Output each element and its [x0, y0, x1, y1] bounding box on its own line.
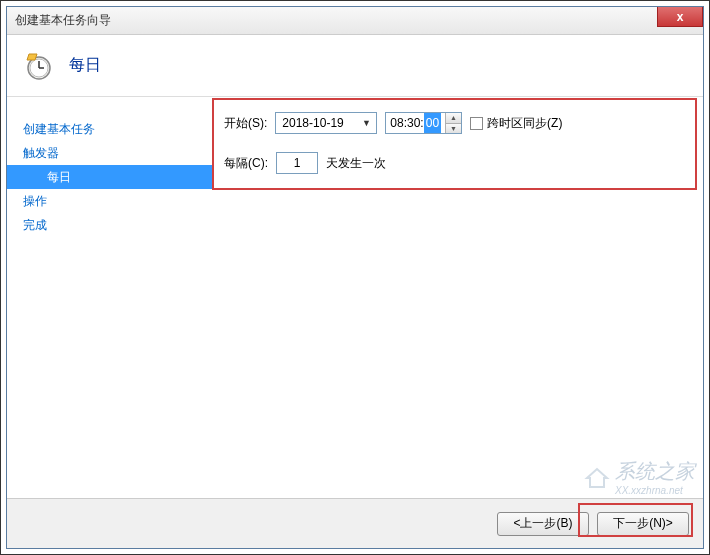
wizard-steps-sidebar: 创建基本任务 触发器 每日 操作 完成 — [7, 97, 212, 498]
time-seconds-selected[interactable]: 00 — [424, 113, 441, 133]
spinner-down-icon[interactable]: ▼ — [446, 124, 461, 134]
titlebar: 创建基本任务向导 x — [7, 7, 703, 35]
sidebar-item-create-task[interactable]: 创建基本任务 — [21, 117, 212, 141]
wizard-header: 每日 — [7, 35, 703, 97]
close-button[interactable]: x — [657, 7, 703, 27]
recur-days-input[interactable]: 1 — [276, 152, 318, 174]
recur-label: 每隔(C): — [224, 155, 268, 172]
start-time-spinner[interactable]: 08:30:00 ▲ ▼ — [385, 112, 462, 134]
date-value: 2018-10-19 — [282, 116, 358, 130]
next-button[interactable]: 下一步(N)> — [597, 512, 689, 536]
clock-icon — [23, 50, 55, 82]
page-title: 每日 — [69, 55, 101, 76]
start-label: 开始(S): — [224, 115, 267, 132]
wizard-footer: <上一步(B) 下一步(N)> — [7, 498, 703, 548]
recur-suffix: 天发生一次 — [326, 155, 386, 172]
sidebar-item-daily[interactable]: 每日 — [7, 165, 212, 189]
start-date-picker[interactable]: 2018-10-19 ▼ — [275, 112, 377, 134]
sidebar-item-finish[interactable]: 完成 — [21, 213, 212, 237]
sync-timezone-label: 跨时区同步(Z) — [487, 115, 562, 132]
window-title: 创建基本任务向导 — [15, 12, 111, 29]
spinner-up-icon[interactable]: ▲ — [446, 113, 461, 124]
back-button[interactable]: <上一步(B) — [497, 512, 589, 536]
sidebar-item-trigger[interactable]: 触发器 — [21, 141, 212, 165]
chevron-down-icon[interactable]: ▼ — [358, 118, 374, 128]
time-prefix: 08:30: — [390, 113, 423, 133]
sidebar-item-action[interactable]: 操作 — [21, 189, 212, 213]
sync-timezone-checkbox[interactable] — [470, 117, 483, 130]
annotation-highlight-form: 开始(S): 2018-10-19 ▼ 08:30:00 ▲ — [212, 98, 697, 190]
